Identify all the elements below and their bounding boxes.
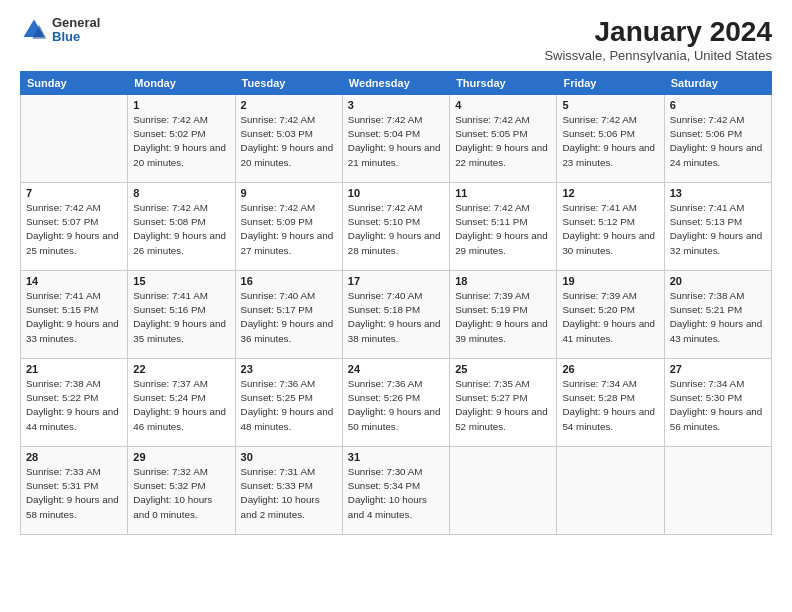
- day-number: 2: [241, 99, 337, 111]
- calendar-cell: 31 Sunrise: 7:30 AMSunset: 5:34 PMDaylig…: [342, 447, 449, 535]
- calendar-cell: 21 Sunrise: 7:38 AMSunset: 5:22 PMDaylig…: [21, 359, 128, 447]
- logo-text: General Blue: [52, 16, 100, 45]
- day-number: 13: [670, 187, 766, 199]
- day-number: 17: [348, 275, 444, 287]
- calendar-cell: 27 Sunrise: 7:34 AMSunset: 5:30 PMDaylig…: [664, 359, 771, 447]
- calendar-cell: 1 Sunrise: 7:42 AMSunset: 5:02 PMDayligh…: [128, 95, 235, 183]
- day-info: Sunrise: 7:34 AMSunset: 5:30 PMDaylight:…: [670, 377, 766, 434]
- day-number: 25: [455, 363, 551, 375]
- day-number: 12: [562, 187, 658, 199]
- calendar-cell: [450, 447, 557, 535]
- day-info: Sunrise: 7:36 AMSunset: 5:26 PMDaylight:…: [348, 377, 444, 434]
- day-info: Sunrise: 7:42 AMSunset: 5:09 PMDaylight:…: [241, 201, 337, 258]
- day-number: 18: [455, 275, 551, 287]
- weekday-header: Monday: [128, 72, 235, 95]
- day-number: 22: [133, 363, 229, 375]
- day-info: Sunrise: 7:42 AMSunset: 5:11 PMDaylight:…: [455, 201, 551, 258]
- day-number: 7: [26, 187, 122, 199]
- day-info: Sunrise: 7:39 AMSunset: 5:19 PMDaylight:…: [455, 289, 551, 346]
- day-info: Sunrise: 7:38 AMSunset: 5:22 PMDaylight:…: [26, 377, 122, 434]
- month-title: January 2024: [544, 16, 772, 48]
- day-number: 1: [133, 99, 229, 111]
- calendar-cell: 5 Sunrise: 7:42 AMSunset: 5:06 PMDayligh…: [557, 95, 664, 183]
- day-number: 8: [133, 187, 229, 199]
- calendar-cell: 17 Sunrise: 7:40 AMSunset: 5:18 PMDaylig…: [342, 271, 449, 359]
- day-info: Sunrise: 7:41 AMSunset: 5:15 PMDaylight:…: [26, 289, 122, 346]
- weekday-header: Sunday: [21, 72, 128, 95]
- calendar-cell: 8 Sunrise: 7:42 AMSunset: 5:08 PMDayligh…: [128, 183, 235, 271]
- day-info: Sunrise: 7:42 AMSunset: 5:05 PMDaylight:…: [455, 113, 551, 170]
- day-info: Sunrise: 7:34 AMSunset: 5:28 PMDaylight:…: [562, 377, 658, 434]
- day-info: Sunrise: 7:42 AMSunset: 5:03 PMDaylight:…: [241, 113, 337, 170]
- calendar-cell: 14 Sunrise: 7:41 AMSunset: 5:15 PMDaylig…: [21, 271, 128, 359]
- logo: General Blue: [20, 16, 100, 45]
- calendar-cell: 19 Sunrise: 7:39 AMSunset: 5:20 PMDaylig…: [557, 271, 664, 359]
- day-info: Sunrise: 7:33 AMSunset: 5:31 PMDaylight:…: [26, 465, 122, 522]
- day-number: 29: [133, 451, 229, 463]
- day-info: Sunrise: 7:41 AMSunset: 5:13 PMDaylight:…: [670, 201, 766, 258]
- calendar-cell: 13 Sunrise: 7:41 AMSunset: 5:13 PMDaylig…: [664, 183, 771, 271]
- calendar-cell: 4 Sunrise: 7:42 AMSunset: 5:05 PMDayligh…: [450, 95, 557, 183]
- calendar-cell: 20 Sunrise: 7:38 AMSunset: 5:21 PMDaylig…: [664, 271, 771, 359]
- day-number: 10: [348, 187, 444, 199]
- day-info: Sunrise: 7:31 AMSunset: 5:33 PMDaylight:…: [241, 465, 337, 522]
- day-number: 19: [562, 275, 658, 287]
- day-number: 23: [241, 363, 337, 375]
- day-number: 9: [241, 187, 337, 199]
- weekday-header: Saturday: [664, 72, 771, 95]
- weekday-header: Thursday: [450, 72, 557, 95]
- day-number: 27: [670, 363, 766, 375]
- day-info: Sunrise: 7:39 AMSunset: 5:20 PMDaylight:…: [562, 289, 658, 346]
- calendar-cell: 15 Sunrise: 7:41 AMSunset: 5:16 PMDaylig…: [128, 271, 235, 359]
- logo-blue: Blue: [52, 30, 100, 44]
- logo-general: General: [52, 16, 100, 30]
- calendar-cell: 12 Sunrise: 7:41 AMSunset: 5:12 PMDaylig…: [557, 183, 664, 271]
- calendar-cell: 24 Sunrise: 7:36 AMSunset: 5:26 PMDaylig…: [342, 359, 449, 447]
- calendar-cell: 2 Sunrise: 7:42 AMSunset: 5:03 PMDayligh…: [235, 95, 342, 183]
- day-info: Sunrise: 7:40 AMSunset: 5:18 PMDaylight:…: [348, 289, 444, 346]
- calendar-cell: 11 Sunrise: 7:42 AMSunset: 5:11 PMDaylig…: [450, 183, 557, 271]
- calendar-cell: 26 Sunrise: 7:34 AMSunset: 5:28 PMDaylig…: [557, 359, 664, 447]
- weekday-header: Tuesday: [235, 72, 342, 95]
- calendar-cell: 7 Sunrise: 7:42 AMSunset: 5:07 PMDayligh…: [21, 183, 128, 271]
- calendar-cell: 25 Sunrise: 7:35 AMSunset: 5:27 PMDaylig…: [450, 359, 557, 447]
- day-info: Sunrise: 7:42 AMSunset: 5:06 PMDaylight:…: [670, 113, 766, 170]
- weekday-header: Friday: [557, 72, 664, 95]
- calendar-cell: 30 Sunrise: 7:31 AMSunset: 5:33 PMDaylig…: [235, 447, 342, 535]
- page-header: General Blue January 2024 Swissvale, Pen…: [20, 16, 772, 63]
- calendar-cell: [557, 447, 664, 535]
- calendar-table: SundayMondayTuesdayWednesdayThursdayFrid…: [20, 71, 772, 535]
- day-info: Sunrise: 7:30 AMSunset: 5:34 PMDaylight:…: [348, 465, 444, 522]
- calendar-cell: 9 Sunrise: 7:42 AMSunset: 5:09 PMDayligh…: [235, 183, 342, 271]
- day-info: Sunrise: 7:41 AMSunset: 5:12 PMDaylight:…: [562, 201, 658, 258]
- calendar-cell: 28 Sunrise: 7:33 AMSunset: 5:31 PMDaylig…: [21, 447, 128, 535]
- calendar-cell: [664, 447, 771, 535]
- weekday-header: Wednesday: [342, 72, 449, 95]
- day-number: 6: [670, 99, 766, 111]
- calendar-cell: 23 Sunrise: 7:36 AMSunset: 5:25 PMDaylig…: [235, 359, 342, 447]
- logo-icon: [20, 16, 48, 44]
- day-number: 21: [26, 363, 122, 375]
- calendar-cell: 3 Sunrise: 7:42 AMSunset: 5:04 PMDayligh…: [342, 95, 449, 183]
- day-number: 31: [348, 451, 444, 463]
- day-number: 16: [241, 275, 337, 287]
- calendar-cell: 16 Sunrise: 7:40 AMSunset: 5:17 PMDaylig…: [235, 271, 342, 359]
- calendar-cell: 10 Sunrise: 7:42 AMSunset: 5:10 PMDaylig…: [342, 183, 449, 271]
- calendar-header: SundayMondayTuesdayWednesdayThursdayFrid…: [21, 72, 772, 95]
- calendar-cell: 29 Sunrise: 7:32 AMSunset: 5:32 PMDaylig…: [128, 447, 235, 535]
- day-info: Sunrise: 7:40 AMSunset: 5:17 PMDaylight:…: [241, 289, 337, 346]
- day-info: Sunrise: 7:42 AMSunset: 5:04 PMDaylight:…: [348, 113, 444, 170]
- day-info: Sunrise: 7:36 AMSunset: 5:25 PMDaylight:…: [241, 377, 337, 434]
- day-number: 26: [562, 363, 658, 375]
- calendar-cell: 18 Sunrise: 7:39 AMSunset: 5:19 PMDaylig…: [450, 271, 557, 359]
- day-info: Sunrise: 7:32 AMSunset: 5:32 PMDaylight:…: [133, 465, 229, 522]
- day-number: 14: [26, 275, 122, 287]
- day-number: 20: [670, 275, 766, 287]
- location: Swissvale, Pennsylvania, United States: [544, 48, 772, 63]
- calendar-cell: [21, 95, 128, 183]
- day-number: 24: [348, 363, 444, 375]
- day-info: Sunrise: 7:42 AMSunset: 5:06 PMDaylight:…: [562, 113, 658, 170]
- day-info: Sunrise: 7:41 AMSunset: 5:16 PMDaylight:…: [133, 289, 229, 346]
- day-info: Sunrise: 7:42 AMSunset: 5:10 PMDaylight:…: [348, 201, 444, 258]
- calendar-cell: 6 Sunrise: 7:42 AMSunset: 5:06 PMDayligh…: [664, 95, 771, 183]
